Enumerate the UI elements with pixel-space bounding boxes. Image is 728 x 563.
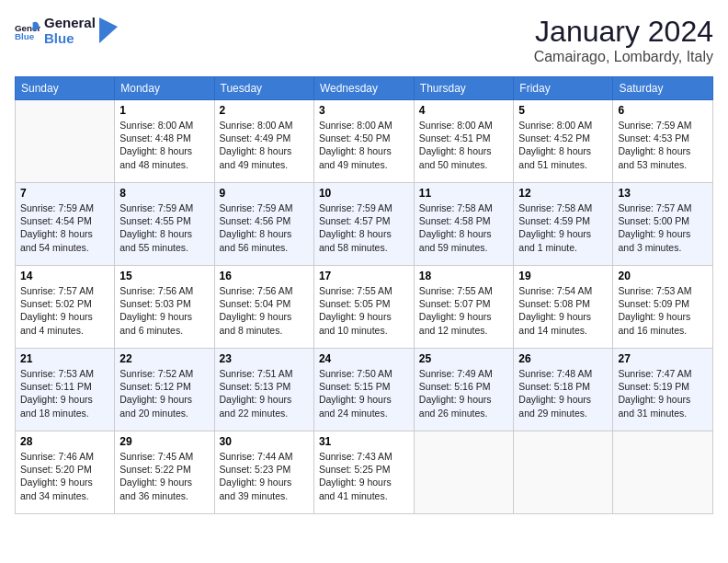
day-number: 27	[618, 352, 708, 365]
calendar-cell: 9Sunrise: 7:59 AM Sunset: 4:56 PM Daylig…	[214, 183, 313, 266]
day-number: 22	[119, 352, 209, 365]
day-info: Sunrise: 7:56 AM Sunset: 5:04 PM Dayligh…	[220, 284, 309, 337]
day-number: 6	[618, 104, 708, 117]
day-number: 2	[220, 104, 309, 117]
day-number: 4	[419, 104, 509, 117]
day-info: Sunrise: 8:00 AM Sunset: 4:49 PM Dayligh…	[220, 119, 309, 171]
calendar-cell: 13Sunrise: 7:57 AM Sunset: 5:00 PM Dayli…	[613, 183, 713, 266]
calendar-cell: 12Sunrise: 7:58 AM Sunset: 4:59 PM Dayli…	[514, 183, 613, 266]
day-number: 18	[419, 270, 509, 282]
day-info: Sunrise: 7:55 AM Sunset: 5:05 PM Dayligh…	[319, 284, 409, 337]
day-info: Sunrise: 7:53 AM Sunset: 5:11 PM Dayligh…	[20, 367, 109, 419]
day-number: 11	[419, 187, 509, 200]
day-number: 24	[319, 352, 409, 365]
calendar-cell: 6Sunrise: 7:59 AM Sunset: 4:53 PM Daylig…	[613, 100, 713, 183]
day-number: 16	[220, 270, 309, 282]
day-info: Sunrise: 8:00 AM Sunset: 4:48 PM Dayligh…	[119, 119, 209, 171]
weekday-header-tuesday: Tuesday	[214, 77, 313, 100]
day-number: 15	[119, 270, 209, 282]
day-info: Sunrise: 7:46 AM Sunset: 5:20 PM Dayligh…	[20, 450, 109, 502]
day-number: 21	[20, 352, 109, 365]
calendar-cell: 16Sunrise: 7:56 AM Sunset: 5:04 PM Dayli…	[214, 266, 313, 349]
logo-icon: General Blue	[15, 17, 40, 43]
calendar-cell: 11Sunrise: 7:58 AM Sunset: 4:58 PM Dayli…	[414, 183, 514, 266]
calendar-cell: 3Sunrise: 8:00 AM Sunset: 4:50 PM Daylig…	[313, 100, 414, 183]
calendar-cell: 2Sunrise: 8:00 AM Sunset: 4:49 PM Daylig…	[214, 100, 313, 183]
day-number: 13	[618, 187, 708, 200]
logo: General Blue General Blue	[15, 15, 118, 46]
day-number: 17	[319, 270, 409, 282]
day-info: Sunrise: 7:59 AM Sunset: 4:55 PM Dayligh…	[119, 201, 209, 254]
day-info: Sunrise: 7:54 AM Sunset: 5:08 PM Dayligh…	[518, 284, 608, 337]
calendar-cell: 26Sunrise: 7:48 AM Sunset: 5:18 PM Dayli…	[514, 349, 613, 431]
day-info: Sunrise: 7:52 AM Sunset: 5:12 PM Dayligh…	[119, 367, 209, 419]
week-row-5: 28Sunrise: 7:46 AM Sunset: 5:20 PM Dayli…	[16, 431, 713, 514]
day-info: Sunrise: 7:57 AM Sunset: 5:02 PM Dayligh…	[20, 284, 109, 337]
logo-triangle-icon	[99, 17, 118, 43]
calendar-cell: 20Sunrise: 7:53 AM Sunset: 5:09 PM Dayli…	[613, 266, 713, 349]
week-row-1: 1Sunrise: 8:00 AM Sunset: 4:48 PM Daylig…	[16, 100, 713, 183]
day-number: 9	[220, 187, 309, 200]
day-info: Sunrise: 7:56 AM Sunset: 5:03 PM Dayligh…	[119, 284, 209, 337]
day-number: 10	[319, 187, 409, 200]
calendar-cell: 10Sunrise: 7:59 AM Sunset: 4:57 PM Dayli…	[313, 183, 414, 266]
day-number: 26	[518, 352, 608, 365]
day-info: Sunrise: 7:59 AM Sunset: 4:57 PM Dayligh…	[319, 201, 409, 254]
calendar-cell: 23Sunrise: 7:51 AM Sunset: 5:13 PM Dayli…	[214, 349, 313, 431]
calendar-cell: 31Sunrise: 7:43 AM Sunset: 5:25 PM Dayli…	[313, 431, 414, 514]
day-info: Sunrise: 7:59 AM Sunset: 4:53 PM Dayligh…	[618, 119, 708, 171]
day-info: Sunrise: 7:50 AM Sunset: 5:15 PM Dayligh…	[319, 367, 409, 419]
day-number: 29	[119, 435, 209, 448]
calendar-cell: 4Sunrise: 8:00 AM Sunset: 4:51 PM Daylig…	[414, 100, 514, 183]
day-info: Sunrise: 7:47 AM Sunset: 5:19 PM Dayligh…	[618, 367, 708, 419]
day-number: 7	[20, 187, 109, 200]
day-info: Sunrise: 8:00 AM Sunset: 4:51 PM Dayligh…	[419, 119, 509, 171]
day-number: 25	[419, 352, 509, 365]
weekday-header-sunday: Sunday	[16, 77, 115, 100]
day-info: Sunrise: 7:57 AM Sunset: 5:00 PM Dayligh…	[618, 201, 708, 254]
svg-text:Blue: Blue	[15, 31, 35, 41]
weekday-header-friday: Friday	[514, 77, 613, 100]
day-info: Sunrise: 7:59 AM Sunset: 4:54 PM Dayligh…	[20, 201, 109, 254]
page-header: General Blue General Blue January 2024 C…	[15, 15, 713, 65]
calendar-cell: 7Sunrise: 7:59 AM Sunset: 4:54 PM Daylig…	[16, 183, 115, 266]
day-info: Sunrise: 7:43 AM Sunset: 5:25 PM Dayligh…	[319, 450, 409, 502]
calendar-cell: 25Sunrise: 7:49 AM Sunset: 5:16 PM Dayli…	[414, 349, 514, 431]
day-number: 30	[220, 435, 309, 448]
calendar-cell: 18Sunrise: 7:55 AM Sunset: 5:07 PM Dayli…	[414, 266, 514, 349]
logo-general: General	[44, 15, 96, 30]
week-row-4: 21Sunrise: 7:53 AM Sunset: 5:11 PM Dayli…	[16, 349, 713, 431]
day-info: Sunrise: 7:53 AM Sunset: 5:09 PM Dayligh…	[618, 284, 708, 337]
day-number: 1	[119, 104, 209, 117]
svg-marker-2	[99, 17, 118, 43]
calendar-cell	[16, 100, 115, 183]
day-info: Sunrise: 8:00 AM Sunset: 4:52 PM Dayligh…	[518, 119, 608, 171]
day-info: Sunrise: 7:58 AM Sunset: 4:59 PM Dayligh…	[518, 201, 608, 254]
day-number: 31	[319, 435, 409, 448]
calendar-cell: 19Sunrise: 7:54 AM Sunset: 5:08 PM Dayli…	[514, 266, 613, 349]
weekday-header-wednesday: Wednesday	[313, 77, 414, 100]
week-row-2: 7Sunrise: 7:59 AM Sunset: 4:54 PM Daylig…	[16, 183, 713, 266]
calendar-cell: 27Sunrise: 7:47 AM Sunset: 5:19 PM Dayli…	[613, 349, 713, 431]
calendar-cell: 22Sunrise: 7:52 AM Sunset: 5:12 PM Dayli…	[115, 349, 214, 431]
day-number: 8	[119, 187, 209, 200]
weekday-header-row: SundayMondayTuesdayWednesdayThursdayFrid…	[16, 77, 713, 100]
day-info: Sunrise: 7:49 AM Sunset: 5:16 PM Dayligh…	[419, 367, 509, 419]
day-info: Sunrise: 7:55 AM Sunset: 5:07 PM Dayligh…	[419, 284, 509, 337]
week-row-3: 14Sunrise: 7:57 AM Sunset: 5:02 PM Dayli…	[16, 266, 713, 349]
calendar-cell: 15Sunrise: 7:56 AM Sunset: 5:03 PM Dayli…	[115, 266, 214, 349]
calendar-cell: 24Sunrise: 7:50 AM Sunset: 5:15 PM Dayli…	[313, 349, 414, 431]
weekday-header-thursday: Thursday	[414, 77, 514, 100]
day-number: 14	[20, 270, 109, 282]
calendar-cell: 28Sunrise: 7:46 AM Sunset: 5:20 PM Dayli…	[16, 431, 115, 514]
day-info: Sunrise: 7:48 AM Sunset: 5:18 PM Dayligh…	[518, 367, 608, 419]
day-info: Sunrise: 7:59 AM Sunset: 4:56 PM Dayligh…	[220, 201, 309, 254]
calendar-cell: 21Sunrise: 7:53 AM Sunset: 5:11 PM Dayli…	[16, 349, 115, 431]
calendar-cell: 29Sunrise: 7:45 AM Sunset: 5:22 PM Dayli…	[115, 431, 214, 514]
calendar-cell: 30Sunrise: 7:44 AM Sunset: 5:23 PM Dayli…	[214, 431, 313, 514]
calendar-cell	[414, 431, 514, 514]
day-number: 19	[518, 270, 608, 282]
day-number: 5	[518, 104, 608, 117]
weekday-header-monday: Monday	[115, 77, 214, 100]
day-number: 23	[220, 352, 309, 365]
